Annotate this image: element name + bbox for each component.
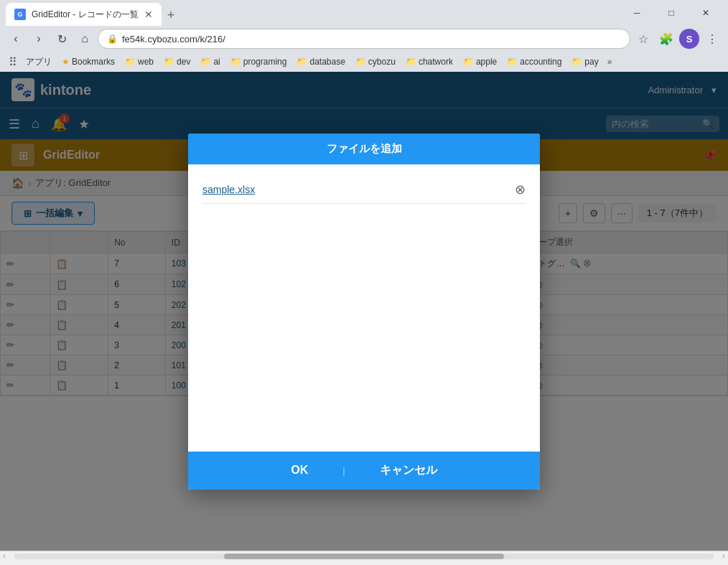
modal-body: sample.xlsx ⊗ [188, 164, 540, 452]
file-remove-button[interactable]: ⊗ [515, 182, 526, 197]
apple-folder-icon: 📁 [463, 57, 474, 67]
cybozu-folder-icon: 📁 [355, 57, 366, 67]
active-tab[interactable]: G GridEditor - レコードの一覧 ✕ [6, 3, 162, 26]
bookmark-apps[interactable]: アプリ [22, 55, 56, 70]
ai-folder-icon: 📁 [200, 57, 211, 67]
bookmark-database-label: database [309, 57, 345, 67]
bookmark-ai[interactable]: 📁 ai [196, 55, 224, 68]
web-folder-icon: 📁 [125, 57, 136, 67]
more-bookmarks-button[interactable]: » [605, 55, 615, 68]
address-icons: ☆ 🧩 S ⋮ [633, 29, 722, 49]
tab-title: GridEditor - レコードの一覧 [32, 9, 139, 21]
url-bar[interactable]: 🔒 fe54k.cybozu.com/k/216/ [98, 29, 630, 49]
bookmark-ai-label: ai [213, 57, 220, 67]
accounting-folder-icon: 📁 [507, 57, 518, 67]
dev-folder-icon: 📁 [164, 57, 174, 67]
modal-overlay: ファイルを追加 sample.xlsx ⊗ OK | キャンセル [0, 72, 728, 551]
bookmark-bookmarks[interactable]: ★ Bookmarks [57, 55, 119, 68]
bookmark-accounting[interactable]: 📁 accounting [503, 55, 566, 68]
bookmark-web-label: web [138, 57, 154, 67]
modal-cancel-button[interactable]: キャンセル [368, 460, 449, 481]
scroll-left-arrow[interactable]: ‹ [0, 553, 9, 559]
scroll-track[interactable] [14, 554, 714, 559]
bookmark-pay-label: pay [584, 57, 598, 67]
scroll-right-arrow[interactable]: › [719, 553, 728, 559]
bookmark-accounting-label: accounting [520, 57, 561, 67]
minimize-button[interactable]: ─ [620, 2, 653, 24]
extensions-button[interactable]: 🧩 [656, 29, 676, 49]
bookmark-pay[interactable]: 📁 pay [567, 55, 602, 68]
bookmark-chatwork[interactable]: 📁 chatwork [401, 55, 457, 68]
maximize-button[interactable]: □ [655, 2, 688, 24]
bookmarks-star-icon: ★ [62, 57, 70, 67]
forward-button[interactable]: › [29, 29, 49, 49]
url-text: fe54k.cybozu.com/k/216/ [122, 34, 621, 45]
tab-close-button[interactable]: ✕ [144, 9, 153, 20]
bookmark-cybozu[interactable]: 📁 cybozu [351, 55, 400, 68]
bookmark-dev[interactable]: 📁 dev [159, 55, 195, 68]
browser-frame: G GridEditor - レコードの一覧 ✕ + ─ □ ✕ ‹ › ↻ ⌂… [0, 0, 728, 72]
bookmark-apps-label: アプリ [26, 56, 52, 68]
tab-area: G GridEditor - レコードの一覧 ✕ + [6, 0, 615, 26]
modal-ok-button[interactable]: OK [279, 461, 319, 480]
chatwork-folder-icon: 📁 [406, 57, 416, 67]
modal-separator: | [342, 465, 345, 476]
new-tab-button[interactable]: + [162, 5, 181, 26]
bookmark-star-button[interactable]: ☆ [633, 29, 653, 49]
file-name-link[interactable]: sample.xlsx [202, 184, 515, 195]
title-bar: G GridEditor - レコードの一覧 ✕ + ─ □ ✕ [0, 0, 728, 26]
home-button[interactable]: ⌂ [75, 29, 95, 49]
modal-title: ファイルを追加 [327, 142, 402, 154]
bookmark-programing[interactable]: 📁 programing [226, 55, 291, 68]
bookmark-dev-label: dev [177, 57, 190, 67]
lock-icon: 🔒 [107, 34, 118, 44]
file-row: sample.xlsx ⊗ [202, 176, 526, 204]
back-button[interactable]: ‹ [6, 29, 26, 49]
apps-grid-button[interactable]: ⠿ [6, 54, 20, 70]
tab-favicon: G [14, 9, 26, 20]
pay-folder-icon: 📁 [571, 57, 582, 67]
menu-button[interactable]: ⋮ [702, 29, 722, 49]
bookmark-web[interactable]: 📁 web [121, 55, 158, 68]
modal-dialog: ファイルを追加 sample.xlsx ⊗ OK | キャンセル [188, 134, 540, 490]
profile-button[interactable]: S [679, 29, 699, 49]
bookmark-programing-label: programing [243, 57, 287, 67]
bookmark-bookmarks-label: Bookmarks [72, 57, 115, 67]
bookmark-cybozu-label: cybozu [368, 57, 396, 67]
programing-folder-icon: 📁 [230, 57, 241, 67]
kintone-app: 🐾 kintone Administrator ▾ ☰ ⌂ 🔔 1 ★ 🔍 ⊞ … [0, 72, 728, 551]
bookmarks-bar: ⠿ アプリ ★ Bookmarks 📁 web 📁 dev 📁 ai 📁 pro… [0, 52, 728, 72]
window-controls: ─ □ ✕ [620, 2, 722, 24]
address-bar: ‹ › ↻ ⌂ 🔒 fe54k.cybozu.com/k/216/ ☆ 🧩 S … [0, 26, 728, 52]
reload-button[interactable]: ↻ [52, 29, 72, 49]
horizontal-scrollbar[interactable]: ‹ › [0, 551, 728, 561]
modal-footer: OK | キャンセル [188, 452, 540, 490]
database-folder-icon: 📁 [297, 57, 307, 67]
bookmark-chatwork-label: chatwork [419, 57, 453, 67]
bookmark-database[interactable]: 📁 database [292, 55, 349, 68]
modal-header: ファイルを追加 [188, 134, 540, 164]
bookmark-apple-label: apple [476, 57, 497, 67]
scroll-thumb[interactable] [224, 554, 504, 559]
close-button[interactable]: ✕ [689, 2, 722, 24]
bookmark-apple[interactable]: 📁 apple [459, 55, 501, 68]
